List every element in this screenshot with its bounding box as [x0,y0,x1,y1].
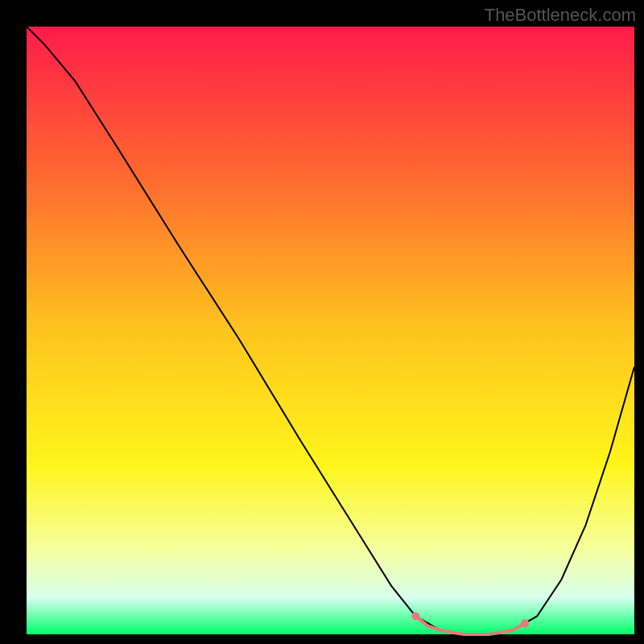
chart-container: TheBottleneck.com [0,0,644,644]
chart-svg [0,0,644,644]
plot-background [27,27,634,634]
watermark-text: TheBottleneck.com [485,5,636,26]
highlight-endpoint [411,612,419,620]
highlight-endpoint [521,619,529,627]
